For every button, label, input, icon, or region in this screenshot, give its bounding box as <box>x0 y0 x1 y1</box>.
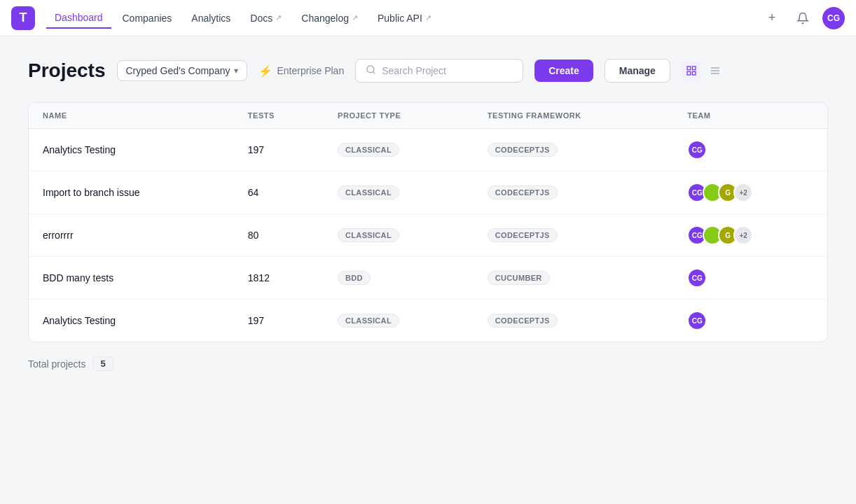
plan-label: Enterprise Plan <box>277 65 344 76</box>
nav-public-api[interactable]: Public API ↗ <box>369 8 440 28</box>
search-icon <box>366 64 376 77</box>
app-logo[interactable]: T <box>11 6 35 30</box>
row-tests: 197 <box>234 300 324 342</box>
page-title: Projects <box>28 59 106 82</box>
row-name: errorrrr <box>29 214 234 257</box>
row-tests: 80 <box>234 214 324 257</box>
row-team: CG <box>673 129 827 172</box>
row-name: Analytics Testing <box>29 129 234 172</box>
row-tests: 1812 <box>234 257 324 300</box>
company-label: Cryped Ged's Company <box>126 65 230 76</box>
external-link-icon: ↗ <box>425 13 432 22</box>
nav-actions: + CG <box>761 7 845 29</box>
row-team: CGG+2 <box>673 172 827 214</box>
row-team: CGG+2 <box>673 214 827 257</box>
row-name: Import to branch issue <box>29 172 234 214</box>
row-name: Analytics Testing <box>29 300 234 342</box>
create-button[interactable]: Create <box>534 59 593 82</box>
table-row[interactable]: Analytics Testing197CLASSICALCODECEPTJSC… <box>29 300 827 342</box>
col-name: NAME <box>29 103 234 129</box>
row-testing-framework: CODECEPTJS <box>474 214 673 257</box>
row-project-type: CLASSICAL <box>324 214 474 257</box>
avatar: CG <box>687 311 707 330</box>
avatar-extra: +2 <box>733 183 753 202</box>
row-team: CG <box>673 300 827 342</box>
row-testing-framework: CUCUMBER <box>474 257 673 300</box>
search-box <box>355 59 523 83</box>
projects-table: NAME TESTS PROJECT TYPE TESTING FRAMEWOR… <box>29 103 827 342</box>
external-link-icon: ↗ <box>275 13 282 22</box>
total-projects-count: 5 <box>92 356 113 371</box>
navbar: T Dashboard Companies Analytics Docs ↗ C… <box>0 0 856 36</box>
user-avatar[interactable]: CG <box>822 7 845 29</box>
projects-table-container: NAME TESTS PROJECT TYPE TESTING FRAMEWOR… <box>28 102 828 342</box>
row-team: CG <box>673 257 827 300</box>
nav-dashboard[interactable]: Dashboard <box>46 8 111 29</box>
row-name: BDD many tests <box>29 257 234 300</box>
company-selector[interactable]: Cryped Ged's Company ▾ <box>117 60 248 81</box>
total-projects-label: Total projects <box>28 358 85 370</box>
chevron-down-icon: ▾ <box>234 66 238 76</box>
view-toggle <box>682 61 725 80</box>
notification-button[interactable] <box>792 7 814 29</box>
nav-analytics[interactable]: Analytics <box>183 8 239 28</box>
grid-view-button[interactable] <box>682 61 701 80</box>
col-team: TEAM <box>673 103 827 129</box>
table-row[interactable]: Analytics Testing197CLASSICALCODECEPTJSC… <box>29 129 827 172</box>
search-input[interactable] <box>382 65 513 76</box>
svg-rect-3 <box>692 66 696 70</box>
avatar: CG <box>687 268 707 288</box>
svg-rect-5 <box>692 71 696 75</box>
table-footer: Total projects 5 <box>28 356 828 371</box>
svg-line-1 <box>373 71 375 74</box>
manage-button[interactable]: Manage <box>605 59 670 83</box>
svg-point-0 <box>367 66 374 73</box>
plan-icon: ⚡ <box>258 64 272 78</box>
avatar-extra: +2 <box>733 225 753 245</box>
row-testing-framework: CODECEPTJS <box>474 300 673 342</box>
table-header-row: NAME TESTS PROJECT TYPE TESTING FRAMEWOR… <box>29 103 827 129</box>
svg-rect-4 <box>687 71 691 75</box>
page-header: Projects Cryped Ged's Company ▾ ⚡ Enterp… <box>28 59 828 83</box>
table-row[interactable]: BDD many tests1812BDDCUCUMBERCG <box>29 257 827 300</box>
svg-rect-2 <box>687 66 691 70</box>
row-project-type: CLASSICAL <box>324 300 474 342</box>
col-tests: TESTS <box>234 103 324 129</box>
row-tests: 197 <box>234 129 324 172</box>
table-row[interactable]: errorrrr80CLASSICALCODECEPTJSCGG+2 <box>29 214 827 257</box>
main-content: Projects Cryped Ged's Company ▾ ⚡ Enterp… <box>0 36 856 393</box>
nav-changelog[interactable]: Changelog ↗ <box>293 8 366 28</box>
table-row[interactable]: Import to branch issue64CLASSICALCODECEP… <box>29 172 827 214</box>
row-project-type: CLASSICAL <box>324 129 474 172</box>
external-link-icon: ↗ <box>352 13 358 22</box>
avatar: CG <box>687 140 707 160</box>
nav-docs[interactable]: Docs ↗ <box>242 8 290 28</box>
add-button[interactable]: + <box>761 7 783 29</box>
list-view-button[interactable] <box>705 61 725 80</box>
nav-companies[interactable]: Companies <box>114 8 181 28</box>
col-testing-framework: TESTING FRAMEWORK <box>474 103 673 129</box>
row-project-type: CLASSICAL <box>324 172 474 214</box>
row-testing-framework: CODECEPTJS <box>474 172 673 214</box>
row-project-type: BDD <box>324 257 474 300</box>
col-project-type: PROJECT TYPE <box>324 103 474 129</box>
row-testing-framework: CODECEPTJS <box>474 129 673 172</box>
row-tests: 64 <box>234 172 324 214</box>
plan-badge: ⚡ Enterprise Plan <box>258 64 344 78</box>
